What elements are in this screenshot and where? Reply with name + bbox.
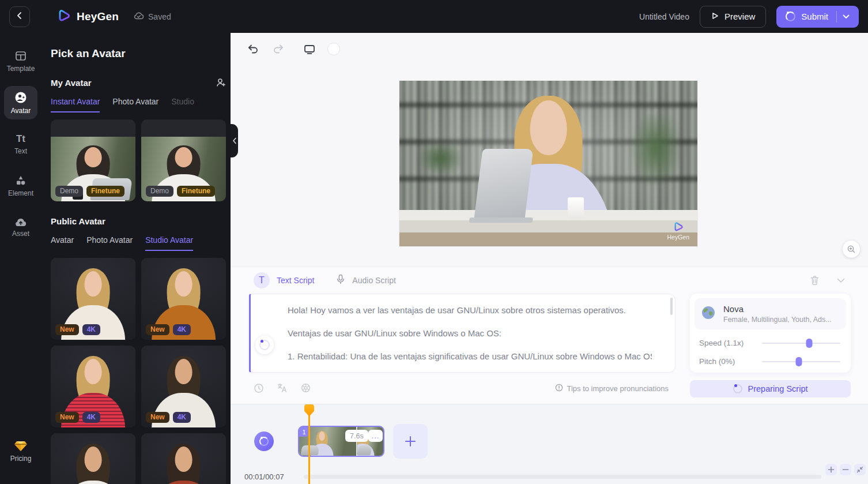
avatar-card[interactable]: Demo Finetune (51, 119, 135, 201)
redo-button[interactable] (271, 42, 286, 57)
saved-label: Saved (148, 12, 171, 21)
screen-size-button[interactable] (302, 42, 317, 57)
my-avatar-heading: My Avatar (51, 78, 92, 88)
tab-studio[interactable]: Studio (171, 97, 194, 112)
demo-badge: Demo (55, 186, 83, 197)
script-scrollbar[interactable] (670, 298, 673, 315)
play-icon (711, 12, 719, 22)
tab-audio-script[interactable]: Audio Script (336, 274, 395, 287)
rail-item-text[interactable]: Tt Text (4, 127, 37, 161)
translate-icon[interactable] (277, 382, 288, 393)
coffee-cup (568, 197, 584, 219)
preview-button[interactable]: Preview (700, 6, 766, 28)
avatar-card[interactable] (51, 433, 135, 484)
gpt-assistant-icon[interactable] (300, 382, 311, 393)
speed-slider[interactable] (762, 343, 840, 344)
timeline-zoom-out-button[interactable] (840, 464, 851, 475)
timeline-clip[interactable]: 1 7.6s ... (298, 426, 384, 457)
public-avatar-header: Public Avatar (51, 216, 226, 226)
back-button[interactable] (9, 6, 30, 27)
submit-dropdown-button[interactable] (837, 14, 855, 19)
speed-label: Speed (1.1x) (699, 339, 744, 347)
add-scene-button[interactable] (393, 424, 428, 459)
public-avatar-tabs: Avatar Photo Avatar Studio Avatar (51, 235, 226, 251)
avatar-card[interactable]: New 4K (141, 258, 226, 340)
pronunciation-tips-link[interactable]: Tips to improve pronunciations (555, 384, 669, 393)
rail-label: Element (8, 189, 33, 197)
avatar-photo (141, 433, 226, 484)
tab-public-photo-avatar[interactable]: Photo Avatar (86, 235, 133, 251)
microphone-icon (336, 274, 345, 287)
voice-description: Female, Multilingual, Youth, Ads... (723, 316, 832, 324)
script-footer-tools (254, 382, 311, 393)
heygen-logo[interactable]: HeyGen (56, 8, 119, 25)
clip-menu-button[interactable]: ... (368, 430, 383, 442)
new-badge: New (55, 324, 79, 335)
rail-item-asset[interactable]: Asset (4, 211, 37, 244)
script-section: T Text Script Audio Script (231, 267, 868, 404)
script-editor[interactable]: Hola! Hoy vamos a ver las ventajas de us… (249, 294, 675, 373)
video-preview-canvas[interactable]: HeyGen (399, 81, 697, 246)
rail-item-template[interactable]: Template (4, 44, 37, 78)
speed-slider-thumb[interactable] (806, 339, 812, 348)
tab-text-script[interactable]: T Text Script (254, 272, 314, 288)
playhead-handle[interactable] (304, 404, 314, 417)
rail-label: Pricing (10, 455, 32, 463)
template-icon (14, 50, 27, 62)
tool-rail: Template Avatar Tt Text Element Asset (0, 33, 41, 484)
timeline-loading-button[interactable] (254, 432, 274, 451)
new-badge: New (55, 412, 79, 423)
timeline-zoom-in-button[interactable] (825, 464, 837, 475)
avatar-card[interactable] (141, 433, 226, 484)
timeline-scrollbar[interactable] (304, 475, 821, 479)
rail-label: Template (7, 65, 35, 73)
delete-scene-button[interactable] (810, 275, 820, 286)
background-color-swatch[interactable] (327, 43, 340, 55)
topbar: HeyGen Saved Untitled Video Preview Subm… (0, 0, 868, 33)
zoom-in-canvas-button[interactable] (843, 241, 860, 258)
4k-badge: 4K (173, 324, 191, 335)
undo-button[interactable] (246, 42, 261, 57)
script-tabs-bar: T Text Script Audio Script (231, 267, 868, 294)
avatar-card[interactable]: New 4K (51, 346, 135, 427)
avatar-card[interactable]: New 4K (51, 258, 135, 340)
add-avatar-button[interactable] (216, 77, 226, 88)
tab-photo-avatar[interactable]: Photo Avatar (112, 97, 158, 112)
topbar-actions: Untitled Video Preview Submit (639, 6, 859, 28)
laptop (474, 149, 534, 219)
heygen-logo-icon (56, 8, 71, 25)
editor-main: HeyGen T Text Script Audio Script (231, 33, 868, 484)
shapes-icon (14, 174, 27, 187)
avatar-card[interactable]: Demo Finetune (141, 119, 226, 201)
script-paragraph: Ventajas de usar GNU/Linux sobre Windows… (288, 328, 652, 339)
timeline-fit-button[interactable] (854, 464, 866, 475)
public-avatar-heading: Public Avatar (51, 216, 105, 226)
voice-selector[interactable]: Nova Female, Multilingual, Youth, Ads... (695, 298, 846, 329)
rail-item-pricing[interactable]: Pricing (4, 434, 37, 468)
tab-public-avatar[interactable]: Avatar (51, 235, 74, 251)
pitch-slider[interactable] (762, 361, 840, 362)
new-badge: New (146, 324, 169, 335)
rail-item-element[interactable]: Element (4, 169, 37, 202)
collapse-script-button[interactable] (837, 278, 845, 283)
tab-instant-avatar[interactable]: Instant Avatar (51, 97, 100, 112)
save-status: Saved (134, 12, 171, 21)
rail-item-avatar[interactable]: Avatar (4, 86, 37, 119)
speed-row: Speed (1.1x) (699, 339, 840, 347)
panel-collapse-button[interactable] (231, 124, 238, 157)
heygen-editor: HeyGen Saved Untitled Video Preview Subm… (0, 0, 868, 484)
submit-button[interactable]: Submit (776, 6, 859, 28)
text-script-icon: T (254, 272, 270, 288)
tab-public-studio-avatar[interactable]: Studio Avatar (145, 235, 193, 251)
avatar-icon (14, 91, 28, 104)
pitch-slider-thumb[interactable] (795, 357, 802, 366)
duration-icon[interactable] (254, 383, 264, 393)
avatar-card[interactable]: New 4K (141, 346, 226, 427)
heygen-watermark: HeyGen (667, 221, 689, 241)
video-title[interactable]: Untitled Video (639, 12, 689, 21)
avatar-panel: Pick an Avatar My Avatar Instant Avatar … (41, 33, 231, 484)
pitch-row: Pitch (0%) (699, 357, 840, 366)
clip-duration-badge: 7.6s (345, 430, 368, 442)
preview-label: Preview (724, 12, 755, 21)
preparing-script-button[interactable]: Preparing Script (690, 380, 851, 397)
